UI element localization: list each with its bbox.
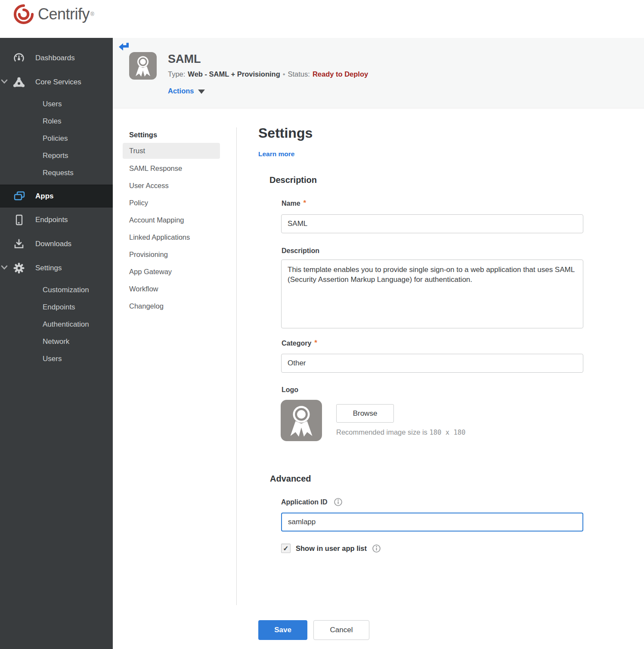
type-label: Type: (168, 70, 185, 78)
back-arrow-icon[interactable] (118, 42, 130, 52)
status-value: Ready to Deploy (313, 70, 368, 78)
description-label: Description (282, 247, 319, 255)
sidebar-item-downloads[interactable]: Downloads (0, 234, 113, 254)
endpoints-icon (13, 214, 25, 226)
meta-separator: • (283, 70, 285, 78)
category-field[interactable] (281, 354, 583, 373)
app-title: SAML (168, 53, 201, 66)
actions-dropdown-icon (198, 90, 205, 94)
status-label: Status: (288, 70, 310, 78)
browse-button[interactable]: Browse (336, 404, 394, 423)
advanced-section-heading: Advanced (270, 474, 311, 484)
show-in-user-app-list-row: ✓ Show in user app list (281, 544, 381, 553)
sidebar-item-policies[interactable]: Policies (0, 130, 113, 147)
sidebar-item-dashboards[interactable]: Dashboards (0, 48, 113, 68)
brand-logo: Centrify® (13, 3, 94, 25)
description-field[interactable]: This template enables you to provide sin… (281, 260, 583, 328)
subnav-item-policy[interactable]: Policy (123, 194, 220, 211)
sidebar-item-users[interactable]: Users (0, 96, 113, 113)
application-id-label: Application ID (281, 498, 328, 506)
brand-name: Centrify (38, 5, 90, 23)
award-ribbon-icon (129, 52, 157, 80)
info-icon[interactable] (372, 544, 381, 553)
page-title: Settings (258, 125, 313, 141)
required-marker: * (303, 199, 307, 207)
app-settings-subnav: Settings Trust SAML Response User Access… (123, 127, 220, 315)
learn-more-link[interactable]: Learn more (258, 150, 294, 158)
subnav-item-app-gateway[interactable]: App Gateway (123, 263, 220, 280)
name-label: Name * (282, 200, 306, 208)
subnav-item-saml-response[interactable]: SAML Response (123, 160, 220, 177)
gear-icon (13, 262, 25, 274)
sidebar-item-reports[interactable]: Reports (0, 147, 113, 164)
type-value: Web - SAML + Provisioning (188, 70, 280, 78)
subnav-item-user-access[interactable]: User Access (123, 177, 220, 194)
sidebar: Dashboards Core Services Users Roles Pol… (0, 38, 113, 649)
subnav-item-provisioning[interactable]: Provisioning (123, 246, 220, 263)
sidebar-item-network[interactable]: Network (0, 333, 113, 350)
actions-menu-button[interactable]: Actions (168, 87, 205, 95)
application-id-field[interactable] (281, 513, 583, 532)
subnav-item-changelog[interactable]: Changelog (123, 297, 220, 315)
sidebar-item-apps[interactable]: Apps (0, 185, 113, 207)
info-icon[interactable] (334, 498, 343, 507)
content-divider (236, 127, 237, 605)
app-meta-line: Type: Web - SAML + Provisioning • Status… (168, 70, 368, 78)
logo-size-hint: Recommended image size is 180 x 180 (336, 428, 465, 436)
logo-preview (281, 400, 322, 441)
show-in-user-app-list-label: Show in user app list (296, 544, 367, 553)
sidebar-item-endpoints[interactable]: Endpoints (0, 210, 113, 230)
subnav-item-workflow[interactable]: Workflow (123, 280, 220, 297)
name-field[interactable] (281, 214, 583, 233)
logo-label: Logo (282, 386, 298, 394)
download-icon (13, 238, 25, 250)
required-marker: * (314, 339, 317, 347)
apps-icon (13, 191, 26, 202)
logo-size-value: 180 x 180 (429, 429, 465, 436)
sidebar-item-requests[interactable]: Requests (0, 164, 113, 182)
subnav-item-linked-applications[interactable]: Linked Applications (123, 229, 220, 246)
sidebar-item-core-services[interactable]: Core Services (0, 72, 113, 92)
application-id-label-row: Application ID (281, 498, 343, 507)
sidebar-item-settings[interactable]: Settings (0, 258, 113, 278)
show-in-user-app-list-checkbox[interactable]: ✓ (281, 544, 291, 553)
subnav-item-account-mapping[interactable]: Account Mapping (123, 211, 220, 229)
app-logo (129, 52, 157, 80)
save-button[interactable]: Save (258, 620, 307, 640)
sidebar-item-endpoints-settings[interactable]: Endpoints (0, 299, 113, 316)
dashboard-icon (13, 52, 25, 64)
subnav-item-trust[interactable]: Trust (123, 143, 220, 159)
top-bar: Centrify® (0, 0, 644, 38)
sidebar-item-authentication[interactable]: Authentication (0, 316, 113, 333)
registered-mark: ® (90, 11, 94, 17)
core-services-icon (13, 76, 25, 88)
centrify-logo-icon (13, 3, 34, 25)
award-ribbon-icon (281, 400, 322, 441)
cancel-button[interactable]: Cancel (313, 620, 369, 640)
category-label: Category * (282, 340, 317, 348)
sidebar-item-users-settings[interactable]: Users (0, 350, 113, 368)
subnav-header: Settings (123, 127, 220, 142)
sidebar-item-roles[interactable]: Roles (0, 113, 113, 130)
sidebar-item-customization[interactable]: Customization (0, 281, 113, 299)
description-section-heading: Description (269, 175, 317, 185)
